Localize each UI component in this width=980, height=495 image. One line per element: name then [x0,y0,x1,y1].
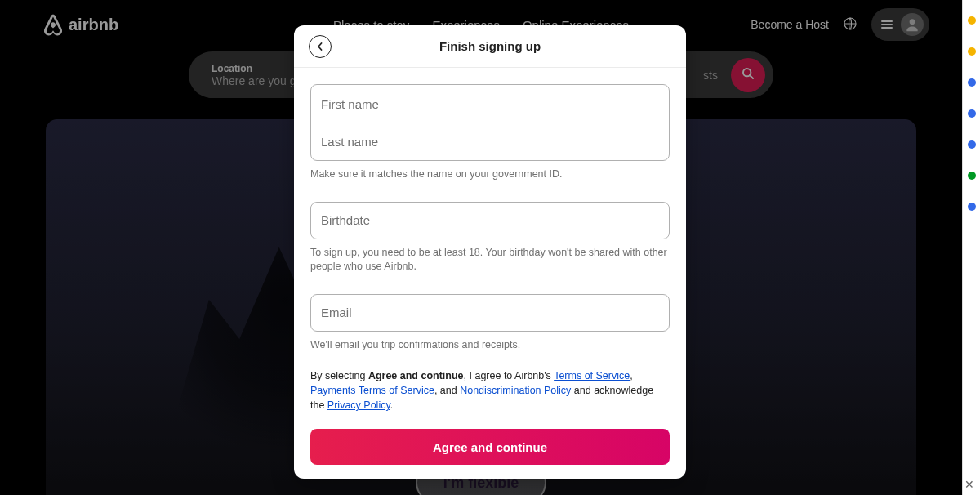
privacy-policy-link[interactable]: Privacy Policy [327,399,390,411]
legal-bold: Agree and continue [368,370,464,381]
strip-dot [968,78,976,87]
close-icon[interactable]: ✕ [964,479,975,490]
strip-dot [968,47,976,56]
chevron-left-icon [316,39,324,54]
birthdate-field[interactable]: Birthdate [310,202,670,239]
modal-body: First name Last name Make sure it matche… [294,68,686,479]
legal-mid: , I agree to Airbnb's [464,370,555,381]
legal-dot: . [390,399,393,411]
birthdate-placeholder: Birthdate [321,213,370,227]
right-side-strip [962,0,980,495]
strip-dot [968,109,976,118]
signup-modal: Finish signing up First name Last name M… [294,25,686,479]
strip-dot [968,203,976,211]
agree-continue-button[interactable]: Agree and continue [310,429,670,465]
email-placeholder: Email [321,305,352,319]
strip-dot [968,140,976,149]
strip-dot [968,172,976,180]
modal-title: Finish signing up [439,39,541,53]
last-name-placeholder: Last name [321,135,378,149]
modal-header: Finish signing up [294,25,686,68]
legal-prefix: By selecting [310,370,368,381]
last-name-field[interactable]: Last name [311,123,669,160]
name-field-group: First name Last name [310,84,670,161]
name-helper-text: Make sure it matches the name on your go… [310,167,670,182]
email-helper-text: We'll email you trip confirmations and r… [310,338,670,353]
nondiscrimination-policy-link[interactable]: Nondiscrimination Policy [460,385,571,396]
payments-terms-link[interactable]: Payments Terms of Service [310,385,434,396]
email-field[interactable]: Email [310,294,670,332]
birthdate-helper-text: To sign up, you need to be at least 18. … [310,246,670,274]
legal-comma: , [630,370,632,381]
back-button[interactable] [309,35,332,58]
first-name-placeholder: First name [321,97,379,111]
first-name-field[interactable]: First name [311,85,669,123]
strip-dot [968,16,976,25]
legal-text: By selecting Agree and continue, I agree… [310,368,670,412]
terms-of-service-link[interactable]: Terms of Service [554,370,630,381]
legal-and: , and [434,385,460,396]
